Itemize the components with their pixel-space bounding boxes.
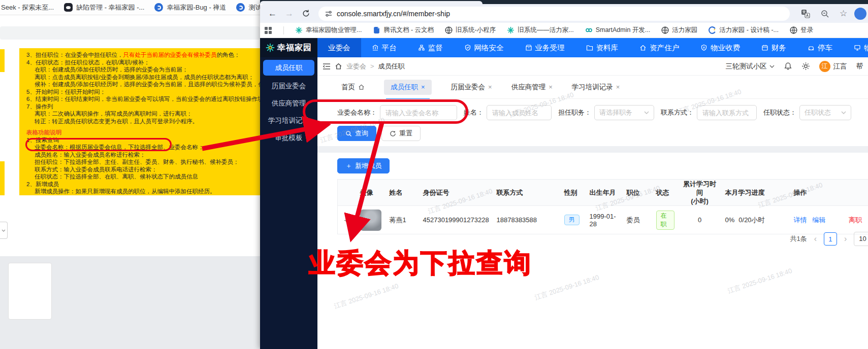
current-page[interactable]: 1 [824,232,837,246]
sub-header: 业委会 > 成员任职 三轮测试小区 江 江言 帮 [317,57,868,76]
bookmark-item[interactable]: 登录 [790,26,813,34]
contact-input[interactable] [697,105,757,120]
nav-item-library[interactable]: 资料库 [575,38,629,57]
member-name-input[interactable] [487,105,552,120]
note-line: 6、结束时间：任职结束时间，非当前届业委会可以填写，当前业委会的通过离职按钮操作… [26,95,265,103]
sidebar-item-approval-templates[interactable]: 审批模板 [260,129,317,147]
sidebar-item-past-committees[interactable]: 历届业委会 [260,78,317,95]
browser-tab[interactable]: 缺陷管理 - 幸福家园 -... [64,3,144,12]
sidebar-item-training-records[interactable]: 学习培训记录 [260,112,317,129]
breadcrumb-parent[interactable]: 业委会 [346,62,366,71]
position-select[interactable]: 请选择职务 [594,105,654,120]
bookmark-item[interactable]: 旧系统——活力家... [507,26,573,34]
close-icon[interactable]: × [488,83,492,91]
tab-supplier-mgmt[interactable]: 供应商管理× [511,83,553,92]
nav-item-finance[interactable]: 财务 [751,38,797,57]
nav-item-platform[interactable]: 平台 [361,38,407,57]
bookmark-item[interactable]: 活力家园 [661,26,697,34]
nav-item-parking[interactable]: 停车 [797,38,843,57]
status-label: 任职状态： [763,108,796,117]
user-menu[interactable]: 江 江言 [819,61,847,72]
bookmark-item[interactable]: SmartAdmin 开发... [585,26,651,34]
bell-icon[interactable] [784,62,792,71]
committee-label: 业委会名称： [337,108,377,117]
pagination: 共1条 ‹ 1 › 10 条/页 [790,232,868,246]
home-icon [358,84,365,90]
collapse-sidebar-icon[interactable] [323,63,331,70]
bookmark-star-icon[interactable]: ☆ [840,8,847,19]
browser-tab[interactable]: 幸福家园-Bug - 禅道 [154,3,226,12]
browser-tab[interactable]: Seek - 探索未至... [1,3,54,12]
header-birth: 出生年月 [585,180,622,206]
sticky-note: 3、担任职位：在业委会中担任职位，只有处于当前届的业委会有候补委员的角色； 4、… [19,48,265,195]
back-button[interactable]: ← [268,9,277,19]
edge-dropdown[interactable] [0,222,8,239]
profile-avatar[interactable] [854,8,866,20]
folder-icon [586,44,593,51]
tab-home[interactable]: 首页 [341,83,365,92]
table-actions: ＋ 新增成员 [337,158,390,173]
sidebar-item-member-tenure[interactable]: 成员任职 [263,60,314,76]
cell-progress: 0%0/20小时 [720,206,789,234]
close-icon[interactable]: × [549,83,553,91]
sidebar: 成员任职 历届业委会 供应商管理 学习培训记录 审批模板 [260,57,317,349]
cell-hours: 0 [680,206,720,234]
status-select[interactable]: 任职状态 [799,105,851,120]
home-icon[interactable] [335,62,342,70]
nav-item-network-security[interactable]: 网络安全 [454,38,515,57]
prev-page-button[interactable]: ‹ [814,234,817,243]
brand-snowflake-icon [266,43,275,52]
url-bar[interactable]: console.smartxfjy.cn/#/member-ship [318,7,790,21]
reset-button[interactable]: 重置 [381,126,421,141]
bookmark-item[interactable]: 幸福家园物业管理... [295,26,362,34]
reload-button[interactable] [302,9,310,18]
gear-icon[interactable] [801,62,810,71]
page-size-select[interactable]: 10 条/页 [854,232,868,246]
screen: { "background_window": { "tabs": [ { "la… [0,0,868,349]
tab-member-tenure[interactable]: 成员任职× [384,80,432,95]
sitemap-icon [418,44,425,51]
committee-input[interactable] [380,105,457,120]
sidebar-item-supplier-mgmt[interactable]: 供应商管理 [260,95,317,112]
breadcrumb-current: 成员任职 [378,62,405,71]
next-page-button[interactable]: › [844,234,847,243]
help-link[interactable]: 帮 [856,62,863,71]
note-line: 在职：创建成员/添加任职经历时，选择的业委会为当前届； [26,66,265,74]
browser-window: ← → console.smartxfjy.cn/#/member-ship ☆… [260,0,868,349]
bookmark-item[interactable]: 腾讯文档 - 云文档 [373,26,434,34]
detail-link[interactable]: 详情 [794,216,807,224]
globe-favicon [790,26,797,34]
committee-field-group: 业委会名称： [337,105,457,120]
contact-label: 联系方式： [661,108,694,117]
chevron-down-icon [769,65,775,68]
nav-item-assets[interactable]: 资产住户 [629,38,690,57]
zoom-out-icon[interactable] [820,9,829,18]
nav-item-committee[interactable]: 业委会 [317,38,361,57]
apps-grid-icon[interactable] [264,26,272,34]
close-icon[interactable]: × [421,83,425,91]
query-button[interactable]: 查询 [337,126,376,141]
resign-link[interactable]: 离职 [849,216,862,224]
note-line: 1、搜索查询 [26,136,265,144]
nav-item-supervision[interactable]: 监督 [407,38,454,57]
community-select[interactable]: 三轮测试小区 [726,62,775,71]
bookmark-item[interactable]: 旧系统-小程序 [445,26,496,34]
translate-icon[interactable] [801,9,810,18]
flower-favicon [507,26,515,34]
site-settings-icon [325,10,333,18]
tab-training-records[interactable]: 学习培训记录× [572,83,620,92]
nav-item-service[interactable]: 业务受理 [515,38,575,57]
add-member-button[interactable]: ＋ 新增成员 [337,158,390,173]
row-expand-button[interactable]: + [344,216,348,224]
nav-item-office[interactable]: 物业办公 [843,38,868,57]
edit-link[interactable]: 编辑 [812,216,825,224]
monitor-icon [854,44,861,51]
nav-item-fees[interactable]: 物业收费 [690,38,751,57]
tab-title: Seek - 探索未至... [1,3,54,12]
close-icon[interactable]: × [616,83,620,91]
annotation-callout-text: 业委会为下拉查询 [309,246,532,281]
tab-past-committees[interactable]: 历届业委会× [451,83,492,92]
status-badge: 在职 [656,211,674,230]
forward-button[interactable]: → [285,9,294,19]
bookmark-item[interactable]: 活力家园 - 设计稿 -... [709,26,779,34]
